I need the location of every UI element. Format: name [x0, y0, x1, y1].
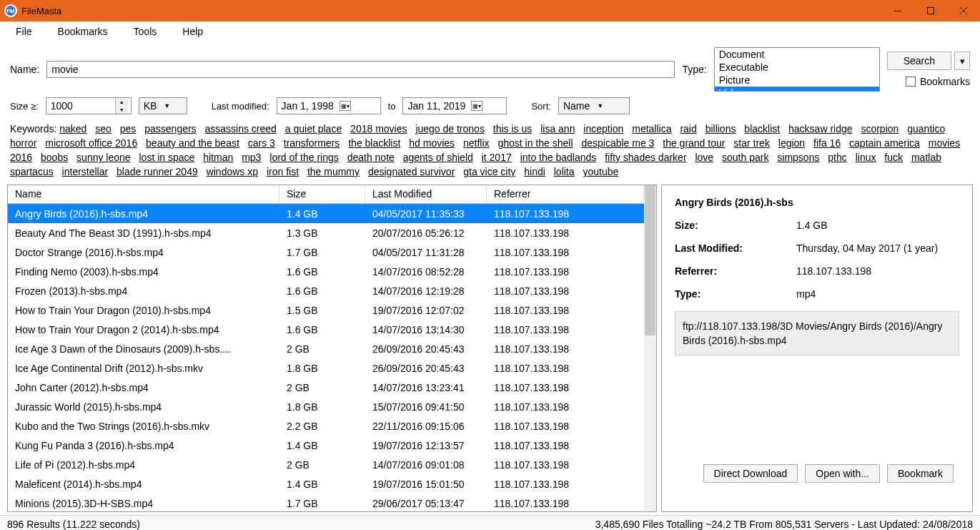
keyword-link[interactable]: fuck — [884, 152, 903, 163]
keyword-link[interactable]: blacklist — [744, 123, 780, 134]
keyword-link[interactable]: blade runner 2049 — [117, 166, 198, 177]
keyword-link[interactable]: inception — [583, 123, 623, 134]
keyword-link[interactable]: juego de tronos — [415, 123, 485, 134]
sort-select[interactable]: Name▼ — [558, 97, 630, 114]
keyword-link[interactable]: transformers — [284, 137, 340, 149]
keyword-link[interactable]: into the badlands — [520, 152, 597, 163]
keyword-link[interactable]: hacksaw ridge — [788, 123, 853, 134]
size-unit-select[interactable]: KB▼ — [139, 97, 187, 114]
keyword-link[interactable]: linux — [856, 152, 876, 163]
keyword-link[interactable]: boobs — [41, 152, 68, 163]
table-row[interactable]: Frozen (2013).h-sbs.mp41.6 GB14/07/2016 … — [8, 281, 656, 300]
type-option[interactable]: Video — [715, 87, 879, 92]
keyword-link[interactable]: death note — [347, 152, 395, 163]
menu-bookmarks[interactable]: Bookmarks — [52, 23, 114, 40]
type-option[interactable]: Document — [715, 48, 879, 61]
open-with-button[interactable]: Open with... — [805, 464, 880, 483]
menu-tools[interactable]: Tools — [128, 23, 163, 40]
keyword-link[interactable]: gta vice city — [463, 166, 515, 177]
menu-help[interactable]: Help — [177, 23, 209, 40]
keyword-link[interactable]: south park — [722, 152, 768, 163]
maximize-button[interactable] — [914, 0, 947, 21]
name-input[interactable] — [46, 61, 675, 78]
keyword-link[interactable]: agents of shield — [403, 152, 473, 163]
keyword-link[interactable]: youtube — [583, 166, 618, 177]
keyword-link[interactable]: pthc — [828, 152, 846, 163]
table-row[interactable]: Life of Pi (2012).h-sbs.mp42 GB14/07/201… — [8, 455, 656, 474]
table-row[interactable]: John Carter (2012).h-sbs.mp42 GB14/07/20… — [8, 378, 656, 397]
keyword-link[interactable]: ghost in the shell — [498, 137, 573, 149]
keyword-link[interactable]: the blacklist — [348, 137, 400, 149]
keyword-link[interactable]: hitman — [203, 152, 233, 163]
scrollbar[interactable] — [644, 185, 656, 511]
table-row[interactable]: Maleficent (2014).h-sbs.mp41.4 GB19/07/2… — [8, 474, 656, 494]
keyword-link[interactable]: legion — [778, 137, 805, 149]
keyword-link[interactable]: horror — [10, 137, 36, 149]
type-option[interactable]: Executable — [715, 61, 879, 74]
keyword-link[interactable]: billions — [706, 123, 736, 134]
table-row[interactable]: Beauty And The Beast 3D (1991).h-sbs.mp4… — [8, 223, 656, 242]
date-from-input[interactable]: Jan 1, 1998▦▾ — [277, 97, 381, 114]
keyword-link[interactable]: it 2017 — [482, 152, 512, 163]
keyword-link[interactable]: simpsons — [777, 152, 819, 163]
keyword-link[interactable]: star trek — [733, 137, 770, 149]
keyword-link[interactable]: lolita — [554, 166, 575, 177]
table-row[interactable]: Finding Nemo (2003).h-sbs.mp41.6 GB14/07… — [8, 262, 656, 281]
col-header-modified[interactable]: Last Modified — [365, 185, 487, 203]
keyword-link[interactable]: fifty shades darker — [605, 152, 686, 163]
date-to-input[interactable]: Jan 11, 2019▦▾ — [402, 97, 507, 114]
keyword-link[interactable]: fifa 16 — [813, 137, 841, 149]
direct-download-button[interactable]: Direct Download — [703, 464, 798, 483]
search-dropdown-button[interactable]: ▾ — [954, 51, 970, 70]
keyword-link[interactable]: hindi — [524, 166, 545, 177]
details-url[interactable]: ftp://118.107.133.198/3D Movies/Angry Bi… — [675, 311, 959, 355]
table-row[interactable]: Kung Fu Panda 3 (2016).h-sbs.mp41.4 GB19… — [8, 436, 656, 455]
table-row[interactable]: Minions (2015).3D-H-SBS.mp41.7 GB29/06/2… — [8, 494, 656, 512]
keyword-link[interactable]: scorpion — [861, 123, 899, 134]
type-option[interactable]: Picture — [715, 74, 879, 87]
keyword-link[interactable]: the mummy — [307, 166, 360, 177]
keyword-link[interactable]: a quiet place — [285, 123, 342, 134]
table-row[interactable]: Ice Age Continental Drift (2012).h-sbs.m… — [8, 358, 656, 378]
keyword-link[interactable]: cars 3 — [248, 137, 275, 149]
type-listbox[interactable]: DocumentExecutablePictureVideo — [714, 47, 880, 92]
keyword-link[interactable]: designated survivor — [368, 166, 455, 177]
table-row[interactable]: Ice Age 3 Dawn of the Dinosaurs (2009).h… — [8, 339, 656, 358]
keyword-link[interactable]: love — [695, 152, 713, 163]
minimize-button[interactable] — [881, 0, 914, 21]
keyword-link[interactable]: guantico — [907, 123, 945, 134]
close-button[interactable] — [947, 0, 980, 21]
keyword-link[interactable]: netflix — [463, 137, 490, 149]
keyword-link[interactable]: matlab — [911, 152, 941, 163]
keyword-link[interactable]: windows xp — [207, 166, 258, 177]
keyword-link[interactable]: spartacus — [10, 166, 54, 177]
table-row[interactable]: Doctor Strange (2016).h-sbs.mp41.7 GB04/… — [8, 242, 656, 262]
keyword-link[interactable]: assassins creed — [205, 123, 277, 134]
size-input[interactable]: ▲▼ — [46, 97, 132, 114]
keyword-link[interactable]: mp3 — [242, 152, 261, 163]
bookmarks-checkbox[interactable]: Bookmarks — [906, 76, 970, 87]
table-row[interactable]: How to Train Your Dragon 2 (2014).h-sbs.… — [8, 320, 656, 339]
search-button[interactable]: Search — [887, 51, 951, 70]
bookmark-button[interactable]: Bookmark — [887, 464, 954, 483]
keyword-link[interactable]: seo — [95, 123, 112, 134]
table-row[interactable]: Kubo and the Two Strings (2016).h-sbs.mk… — [8, 416, 656, 436]
col-header-size[interactable]: Size — [279, 185, 365, 203]
col-header-referrer[interactable]: Referrer — [487, 185, 644, 203]
table-row[interactable]: Jurassic World (2015).h-sbs.mp41.8 GB15/… — [8, 397, 656, 416]
col-header-name[interactable]: Name — [8, 185, 279, 203]
table-row[interactable]: How to Train Your Dragon (2010).h-sbs.mp… — [8, 300, 656, 320]
keyword-link[interactable]: microsoft office 2016 — [45, 137, 137, 149]
keyword-link[interactable]: 2018 movies — [350, 123, 407, 134]
keyword-link[interactable]: naked — [59, 123, 86, 134]
keyword-link[interactable]: passengers — [144, 123, 196, 134]
keyword-link[interactable]: lisa ann — [540, 123, 575, 134]
menu-file[interactable]: File — [10, 23, 38, 40]
keyword-link[interactable]: beauty and the beast — [146, 137, 239, 149]
keyword-link[interactable]: this is us — [493, 123, 532, 134]
keyword-link[interactable]: the grand tour — [663, 137, 725, 149]
keyword-link[interactable]: interstellar — [62, 166, 109, 177]
keyword-link[interactable]: despicable me 3 — [581, 137, 654, 149]
table-row[interactable]: Angry Birds (2016).h-sbs.mp41.4 GB04/05/… — [8, 204, 656, 223]
keyword-link[interactable]: iron fist — [267, 166, 299, 177]
